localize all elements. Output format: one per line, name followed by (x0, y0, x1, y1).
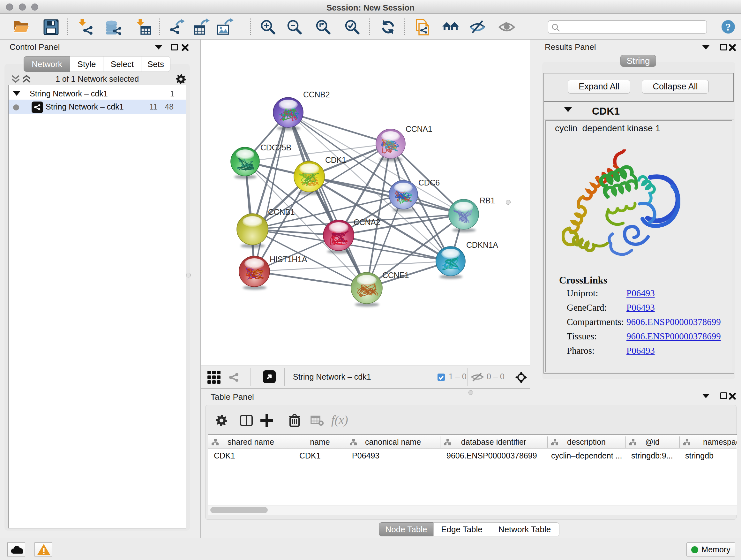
svg-text:CCNB2: CCNB2 (303, 90, 330, 99)
svg-text:HIST1H1A: HIST1H1A (270, 255, 307, 264)
svg-text:CDC6: CDC6 (418, 178, 440, 187)
svg-text:RB1: RB1 (480, 196, 495, 205)
svg-text:CCNA1: CCNA1 (406, 125, 432, 133)
svg-text:CCNB1: CCNB1 (268, 207, 294, 216)
svg-text:CDKN1A: CDKN1A (466, 240, 498, 249)
svg-text:CDC25B: CDC25B (260, 143, 291, 152)
svg-text:CCNE1: CCNE1 (382, 271, 409, 280)
svg-text:CDK1: CDK1 (325, 155, 346, 165)
svg-text:CCNA2: CCNA2 (354, 218, 380, 227)
